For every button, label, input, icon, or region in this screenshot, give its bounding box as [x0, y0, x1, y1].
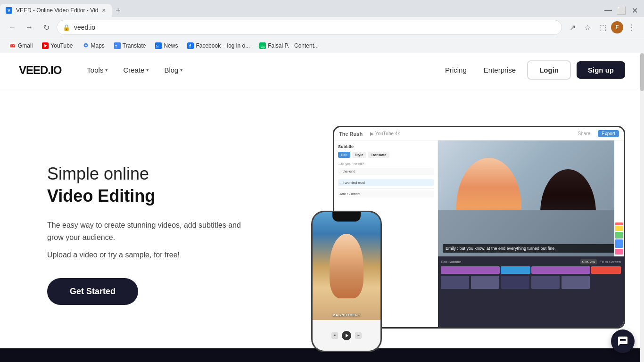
scrollbar[interactable] — [640, 53, 644, 362]
reload-button[interactable]: ↻ — [40, 21, 53, 34]
back-button[interactable]: ← — [6, 21, 19, 34]
bookmark-icon[interactable]: ☆ — [581, 21, 594, 34]
bookmark-gmail[interactable]: Gmail — [6, 41, 36, 50]
timeline-fit: Fit to Screen — [600, 260, 621, 264]
nav-create[interactable]: Create ▾ — [116, 62, 156, 78]
nav-items: Tools ▾ Create ▾ Blog ▾ — [80, 62, 190, 78]
site-logo[interactable]: VEED.IO — [19, 64, 61, 77]
window-controls: — ⬜ ✕ — [603, 5, 644, 16]
website-content: VEED.IO Tools ▾ Create ▾ Blog ▾ Pricing … — [0, 53, 644, 362]
color-bar-green — [615, 232, 623, 239]
thumb4 — [531, 276, 560, 289]
login-button[interactable]: Login — [527, 60, 571, 80]
split-btn[interactable]: ✂ — [355, 332, 362, 339]
play-icon — [346, 334, 348, 337]
timeline-time: 03:02:4 — [580, 259, 597, 264]
color-bars-panel — [614, 140, 624, 256]
nav-right: Pricing Enterprise Login Sign up — [439, 60, 625, 80]
svg-text:Up: Up — [261, 44, 266, 48]
close-window-button[interactable]: ✕ — [629, 5, 640, 16]
bookmark-translate[interactable]: T Translate — [110, 41, 150, 50]
svg-point-4 — [85, 44, 87, 46]
chat-button[interactable] — [611, 329, 635, 353]
tablet-project-title: The Rush — [339, 131, 363, 137]
tablet-video-preview: Emily : but you know, at the end everyth… — [438, 140, 624, 256]
share-icon[interactable]: ↗ — [566, 21, 579, 34]
address-input[interactable]: 🔒 veed.io — [57, 20, 562, 35]
forward-button[interactable]: → — [23, 21, 36, 34]
tablet-platform-label: ▶ YouTube 4k — [370, 131, 400, 136]
nav-enterprise[interactable]: Enterprise — [478, 62, 521, 78]
thumb5 — [561, 276, 590, 289]
tablet-export-label: Export — [598, 130, 619, 137]
add-media-btn[interactable]: + — [331, 332, 338, 339]
get-started-button[interactable]: Get Started — [47, 278, 138, 305]
minimize-button[interactable]: — — [603, 5, 614, 16]
tablet-main-area: Emily : but you know, at the end everyth… — [438, 140, 624, 327]
active-tab[interactable]: V VEED - Online Video Editor - Vid × — [0, 4, 112, 17]
profile-avatar[interactable]: F — [611, 21, 623, 33]
bookmark-faisalp[interactable]: Up Faisal P. - Content... — [256, 41, 322, 50]
phone-video-label: MAGNIFICENT — [332, 310, 361, 318]
nav-tools[interactable]: Tools ▾ — [80, 62, 115, 78]
phone-mockup: MAGNIFICENT + ✂ — [311, 211, 382, 352]
signup-button[interactable]: Sign up — [577, 61, 625, 79]
hero-subtitle: Simple online — [47, 164, 245, 184]
security-lock-icon: 🔒 — [63, 24, 70, 31]
subtitle-divider2 — [338, 188, 434, 189]
nav-pricing[interactable]: Pricing — [439, 62, 472, 78]
url-text: veed.io — [74, 24, 556, 31]
bookmark-facebook[interactable]: f Facebook – log in o... — [183, 41, 254, 50]
subtitle-line2: ...I worried ecol — [338, 179, 434, 186]
bookmark-youtube[interactable]: YouTube — [38, 41, 76, 50]
scrollbar-thumb[interactable] — [640, 53, 644, 91]
color-bar-red — [615, 222, 623, 225]
hero-images: The Rush ▶ YouTube 4k Share Export Subti… — [255, 126, 625, 343]
play-button[interactable] — [342, 331, 351, 340]
browser-actions: ↗ ☆ ⬚ F ⋮ — [566, 21, 638, 34]
timeline-controls: Edit Subtitle 03:02:4 Fit to Screen — [441, 259, 621, 264]
thumbnail-strip — [441, 276, 621, 289]
tablet-top-bar: The Rush ▶ YouTube 4k Share Export — [334, 127, 624, 140]
tab-bar: V VEED - Online Video Editor - Vid × + —… — [0, 0, 644, 17]
tablet-share-label: Share — [578, 131, 590, 136]
color-bar-yellow — [615, 226, 623, 231]
timeline-track1 — [441, 266, 621, 274]
timeline-clip2 — [501, 266, 530, 274]
hero-section: Simple online Video Editing The easy way… — [0, 87, 644, 362]
new-tab-button[interactable]: + — [112, 4, 125, 17]
timeline-label: Edit Subtitle — [441, 260, 461, 264]
hero-text: Simple online Video Editing The easy way… — [47, 164, 245, 305]
person-figure — [330, 234, 363, 299]
tab-close-button[interactable]: × — [102, 7, 106, 14]
phone-screen: MAGNIFICENT + ✂ — [313, 212, 380, 351]
timeline-clip4 — [591, 266, 621, 274]
subtitle-line3: Add Subtitle — [338, 190, 434, 197]
style-tab[interactable]: Style — [352, 152, 366, 158]
subtitle-panel-title: Subtitle — [338, 144, 434, 149]
tab-title: VEED - Online Video Editor - Vid — [16, 7, 98, 14]
subtitle-note: ...to you, need? — [338, 162, 434, 166]
hero-title: Video Editing — [47, 186, 245, 206]
translate-tab[interactable]: Translate — [368, 152, 389, 158]
timeline-clip1 — [441, 266, 500, 274]
hero-cta-text: Upload a video or try a sample, for free… — [47, 251, 245, 259]
address-bar: ← → ↻ 🔒 veed.io ↗ ☆ ⬚ F ⋮ — [0, 17, 644, 38]
phone-controls: + ✂ — [313, 320, 380, 351]
nav-blog[interactable]: Blog ▾ — [157, 62, 190, 78]
bookmark-news[interactable]: N News — [151, 41, 182, 50]
tools-chevron-icon: ▾ — [105, 67, 108, 73]
phone-video-preview: MAGNIFICENT — [313, 212, 380, 320]
svg-text:T: T — [115, 44, 117, 48]
thumb2 — [471, 276, 499, 289]
browser-chrome: V VEED - Online Video Editor - Vid × + —… — [0, 0, 644, 53]
maximize-button[interactable]: ⬜ — [616, 5, 627, 16]
site-navigation: VEED.IO Tools ▾ Create ▾ Blog ▾ Pricing … — [0, 53, 644, 87]
edit-tab[interactable]: Edit — [338, 152, 350, 158]
extensions-icon[interactable]: ⬚ — [596, 21, 609, 34]
tablet-timeline: Edit Subtitle 03:02:4 Fit to Screen — [438, 256, 624, 327]
bookmark-maps[interactable]: Maps — [79, 41, 108, 50]
subtitle-panel-tabs: Edit Style Translate — [338, 152, 434, 158]
bookmarks-bar: Gmail YouTube Maps T Translate N News f … — [0, 38, 644, 53]
menu-icon[interactable]: ⋮ — [625, 21, 638, 34]
